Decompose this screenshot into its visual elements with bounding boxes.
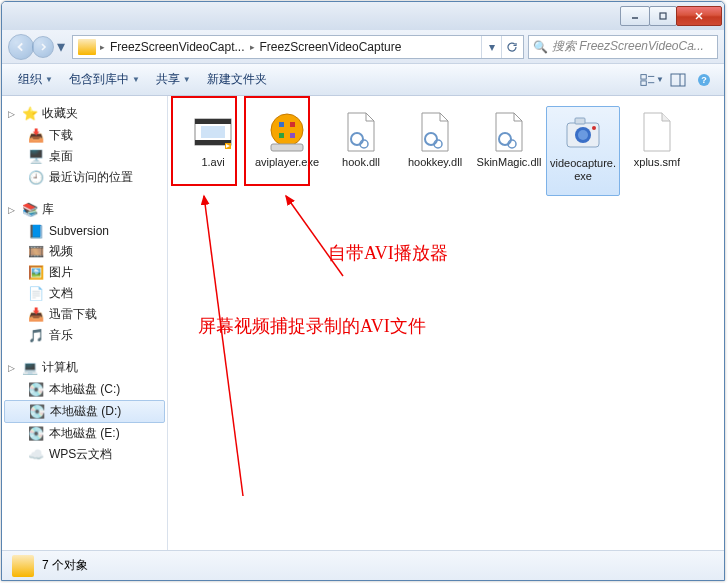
svg-rect-15 <box>201 126 225 138</box>
player-exe-icon <box>263 110 311 154</box>
download-icon: 📥 <box>28 128 44 144</box>
window-controls <box>621 6 722 26</box>
svg-rect-20 <box>279 122 284 127</box>
address-row: ▾ ▸ FreezScreenVideoCapt... ▸ FreezScree… <box>2 30 724 64</box>
drive-icon: 💽 <box>28 382 44 398</box>
help-button[interactable]: ? <box>692 69 716 91</box>
toolbar: 组织▼ 包含到库中▼ 共享▼ 新建文件夹 ▼ ? <box>2 64 724 96</box>
svg-rect-32 <box>575 118 585 124</box>
file-label: hook.dll <box>342 156 380 169</box>
folder-icon <box>12 555 34 577</box>
file-item[interactable]: videocapture.exe <box>546 106 620 196</box>
cloud-icon: ☁️ <box>28 447 44 463</box>
dll-file-icon <box>411 110 459 154</box>
organize-menu[interactable]: 组织▼ <box>10 67 61 92</box>
sidebar-favorites: ▷⭐收藏夹 📥下载 🖥️桌面 🕘最近访问的位置 <box>2 102 167 188</box>
file-pane[interactable]: 1.avi aviplayer.exe hook.dll hookkey.dll <box>168 96 724 550</box>
computer-icon: 💻 <box>22 360 38 376</box>
file-item[interactable]: hookkey.dll <box>398 106 472 196</box>
sidebar: ▷⭐收藏夹 📥下载 🖥️桌面 🕘最近访问的位置 ▷📚库 📘Subversion … <box>2 96 168 550</box>
annotation-text-2: 屏幕视频捕捉录制的AVI文件 <box>198 314 426 338</box>
file-item[interactable]: xplus.smf <box>620 106 694 196</box>
address-dropdown[interactable]: ▾ <box>481 36 501 58</box>
svg-rect-5 <box>641 80 646 84</box>
drive-icon: 💽 <box>29 404 45 420</box>
svg-line-37 <box>286 196 343 276</box>
xunlei-icon: 📥 <box>28 307 44 323</box>
sidebar-item-drive-e[interactable]: 💽本地磁盘 (E:) <box>2 423 167 444</box>
svg-rect-4 <box>641 74 646 78</box>
sidebar-item-xunlei[interactable]: 📥迅雷下载 <box>2 304 167 325</box>
video-icon: 🎞️ <box>28 244 44 260</box>
address-bar[interactable]: ▸ FreezScreenVideoCapt... ▸ FreezScreenV… <box>72 35 524 59</box>
sidebar-libraries-head[interactable]: ▷📚库 <box>2 198 167 221</box>
sidebar-item-videos[interactable]: 🎞️视频 <box>2 241 167 262</box>
minimize-button[interactable] <box>620 6 650 26</box>
sidebar-favorites-head[interactable]: ▷⭐收藏夹 <box>2 102 167 125</box>
sidebar-item-drive-c[interactable]: 💽本地磁盘 (C:) <box>2 379 167 400</box>
sidebar-item-documents[interactable]: 📄文档 <box>2 283 167 304</box>
body: ▷⭐收藏夹 📥下载 🖥️桌面 🕘最近访问的位置 ▷📚库 📘Subversion … <box>2 96 724 550</box>
maximize-button[interactable] <box>649 6 677 26</box>
file-label: videocapture.exe <box>549 157 617 183</box>
library-icon: 📚 <box>22 202 38 218</box>
include-menu[interactable]: 包含到库中▼ <box>61 67 148 92</box>
breadcrumb-1[interactable]: FreezScreenVideoCapt... <box>106 40 249 54</box>
crumb-sep-icon: ▸ <box>99 42 106 52</box>
svg-rect-1 <box>660 13 666 19</box>
file-item[interactable]: aviplayer.exe <box>250 106 324 196</box>
forward-button[interactable] <box>32 36 54 58</box>
svg-point-34 <box>578 130 588 140</box>
file-item[interactable]: SkinMagic.dll <box>472 106 546 196</box>
preview-pane-button[interactable] <box>666 69 690 91</box>
camera-exe-icon <box>559 111 607 155</box>
file-label: SkinMagic.dll <box>477 156 542 169</box>
titlebar <box>2 2 724 30</box>
file-label: 1.avi <box>201 156 224 169</box>
dll-file-icon <box>337 110 385 154</box>
svg-point-35 <box>592 126 596 130</box>
svg-rect-13 <box>195 119 231 124</box>
close-button[interactable] <box>676 6 722 26</box>
svn-icon: 📘 <box>28 223 44 239</box>
refresh-button[interactable] <box>501 36 521 58</box>
breadcrumb-2[interactable]: FreezScreenVideoCapture <box>256 40 406 54</box>
annotation-text-1: 自带AVI播放器 <box>328 241 448 265</box>
sidebar-item-desktop[interactable]: 🖥️桌面 <box>2 146 167 167</box>
view-options-button[interactable]: ▼ <box>640 69 664 91</box>
nav-history-dropdown[interactable]: ▾ <box>54 35 68 59</box>
svg-rect-8 <box>671 74 685 86</box>
sidebar-item-wps[interactable]: ☁️WPS云文档 <box>2 444 167 465</box>
nav-buttons: ▾ <box>8 34 68 60</box>
explorer-window: ▾ ▸ FreezScreenVideoCapt... ▸ FreezScree… <box>1 1 725 581</box>
statusbar: 7 个对象 <box>2 550 724 580</box>
sidebar-item-music[interactable]: 🎵音乐 <box>2 325 167 346</box>
sidebar-item-downloads[interactable]: 📥下载 <box>2 125 167 146</box>
sidebar-computer: ▷💻计算机 💽本地磁盘 (C:) 💽本地磁盘 (D:) 💽本地磁盘 (E:) ☁… <box>2 356 167 465</box>
generic-file-icon <box>633 110 681 154</box>
svg-rect-24 <box>271 144 303 151</box>
sidebar-item-drive-d[interactable]: 💽本地磁盘 (D:) <box>4 400 165 423</box>
status-text: 7 个对象 <box>42 557 88 574</box>
search-input[interactable]: 🔍 搜索 FreezScreenVideoCa... <box>528 35 718 59</box>
file-item[interactable]: 1.avi <box>176 106 250 196</box>
video-file-icon <box>189 110 237 154</box>
svg-rect-21 <box>290 122 295 127</box>
recent-icon: 🕘 <box>28 170 44 186</box>
sidebar-item-recent[interactable]: 🕘最近访问的位置 <box>2 167 167 188</box>
file-label: aviplayer.exe <box>255 156 319 169</box>
file-label: hookkey.dll <box>408 156 462 169</box>
svg-rect-23 <box>290 133 295 138</box>
crumb-sep-icon: ▸ <box>249 42 256 52</box>
desktop-icon: 🖥️ <box>28 149 44 165</box>
newfolder-button[interactable]: 新建文件夹 <box>199 67 275 92</box>
sidebar-item-subversion[interactable]: 📘Subversion <box>2 221 167 241</box>
file-item[interactable]: hook.dll <box>324 106 398 196</box>
file-grid: 1.avi aviplayer.exe hook.dll hookkey.dll <box>176 106 716 196</box>
sidebar-computer-head[interactable]: ▷💻计算机 <box>2 356 167 379</box>
share-menu[interactable]: 共享▼ <box>148 67 199 92</box>
sidebar-item-pictures[interactable]: 🖼️图片 <box>2 262 167 283</box>
drive-icon: 💽 <box>28 426 44 442</box>
back-button[interactable] <box>8 34 34 60</box>
document-icon: 📄 <box>28 286 44 302</box>
